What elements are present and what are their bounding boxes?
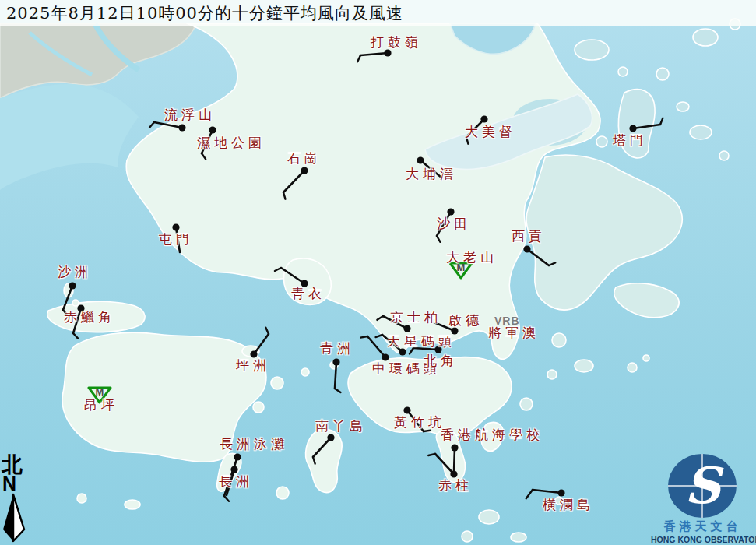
station-dot — [209, 126, 216, 133]
north-letter-label: N — [2, 475, 28, 493]
north-chinese-label: 北 — [2, 454, 28, 475]
hko-logo-icon: S — [651, 453, 754, 519]
station-label-tseung-kwan-o: 將軍澳 — [488, 326, 540, 340]
station-label-tuen-mun: 屯門 — [159, 233, 193, 247]
wind-barb-shek-kong — [283, 167, 308, 199]
station-label-hk-sea-school: 香港航海學校 — [441, 428, 543, 442]
station-label-lau-fau-shan: 流浮山 — [164, 108, 216, 122]
station-dot — [301, 167, 308, 174]
hko-logo-chinese: 香港天文台 — [651, 519, 754, 534]
barb-feather — [313, 457, 315, 464]
wind-map-screen: MM 打鼓嶺流浮山濕地公園石崗大美督塔門大埔滘沙田西貢屯門沙洲赤鱲角青衣京士柏啟… — [0, 0, 756, 545]
barb-feather — [360, 336, 367, 338]
barb-feather — [335, 389, 341, 392]
station-label-kings-park: 京士柏 — [390, 311, 441, 325]
wind-barb-tsing-yi — [275, 268, 308, 287]
station-label-ngong-ping: 昂坪 — [84, 399, 118, 413]
station-label-green-island: 青洲 — [320, 342, 354, 356]
station-dot — [178, 124, 185, 131]
hko-logo: S 香港天文台 HONG KONG OBSERVATORY — [651, 453, 754, 545]
station-dot — [327, 434, 334, 441]
barb-feather — [424, 431, 431, 431]
station-dot — [480, 115, 487, 122]
wind-barb-central-pier — [360, 336, 389, 361]
wind-barb-ta-kwu-ling — [357, 49, 391, 62]
svg-text:S: S — [684, 456, 724, 515]
barb-feather — [202, 153, 206, 159]
maintenance-m-letter: M — [96, 386, 104, 398]
barb-feather — [428, 454, 435, 455]
barb-feather — [283, 192, 285, 199]
station-dot — [629, 125, 636, 132]
station-dot — [399, 348, 406, 355]
station-dot — [69, 282, 76, 289]
station-label-tsing-yi: 青衣 — [291, 287, 325, 301]
barb-feather — [265, 328, 269, 334]
station-label-kai-tak: 啟德 — [448, 314, 483, 328]
barb-feather — [437, 236, 440, 242]
station-label-shek-kong: 石崗 — [287, 152, 322, 166]
barb-feather — [224, 496, 229, 501]
barb-feather — [149, 122, 154, 128]
station-dot — [172, 223, 179, 230]
station-label-north-point: 北角 — [424, 354, 458, 368]
station-label-tates-cairn: 大老山 — [446, 251, 498, 265]
station-label-tap-mun: 塔門 — [613, 134, 647, 148]
barb-feather — [275, 268, 281, 271]
barb-feather — [660, 118, 663, 125]
station-dot — [403, 325, 410, 332]
barb-feather — [410, 348, 413, 353]
station-dot — [384, 49, 391, 56]
wind-barb-lamma-island — [313, 434, 335, 463]
barb-feather — [357, 55, 360, 62]
station-label-stanley: 赤柱 — [438, 479, 473, 493]
station-label-wetland-park: 濕地公園 — [197, 136, 265, 150]
north-arrow-icon — [2, 493, 28, 544]
wind-barb-layer: MM — [0, 0, 756, 545]
north-compass: 北 N — [2, 454, 28, 544]
station-label-ta-kwu-ling: 打鼓嶺 — [371, 36, 422, 50]
barb-feather — [549, 262, 555, 265]
title-bar: 2025年8月12日10時00分的十分鐘平均風向及風速 — [0, 0, 756, 26]
station-label-star-ferry-pier: 天星碼頭 — [387, 335, 455, 349]
wind-barb-sai-kung — [523, 245, 555, 265]
map-title: 2025年8月12日10時00分的十分鐘平均風向及風速 — [0, 2, 403, 24]
station-label-lamma-island: 南丫島 — [315, 420, 367, 434]
station-label-cheung-chau-beach: 長洲泳灘 — [220, 438, 288, 452]
barb-feather — [376, 335, 382, 337]
wind-barb-green-island — [332, 358, 340, 392]
station-label-sai-kung: 西貢 — [512, 230, 546, 244]
hko-logo-english: HONG KONG OBSERVATORY — [651, 535, 754, 544]
barb-feather — [526, 490, 533, 498]
station-label-tai-po-kau: 大埔滘 — [406, 167, 457, 181]
station-dot — [447, 208, 454, 215]
station-dot — [417, 156, 424, 164]
station-label-chek-lap-kok: 赤鱲角 — [64, 311, 115, 325]
station-dot — [230, 466, 237, 473]
station-label-tai-mei-tuk: 大美督 — [465, 125, 516, 139]
barb-feather — [73, 333, 78, 339]
station-dot — [557, 489, 564, 496]
station-label-sha-chau: 沙洲 — [58, 265, 92, 280]
station-dot — [523, 245, 530, 252]
station-dot — [451, 444, 458, 451]
wind-barb-hk-sea-school — [451, 444, 458, 473]
station-label-cheung-chau: 長洲 — [219, 475, 253, 489]
barb-feather — [377, 316, 383, 320]
station-dot — [234, 453, 241, 460]
wind-barb-peng-chau — [250, 328, 269, 358]
station-label-sha-tin: 沙田 — [437, 217, 471, 231]
wind-barb-tap-mun — [629, 118, 663, 132]
wind-barb-lau-fau-shan — [149, 122, 186, 132]
station-label-wong-chuk-hang: 黃竹坑 — [394, 416, 445, 430]
station-dot — [332, 358, 339, 365]
station-label-peng-chau: 坪洲 — [236, 359, 270, 373]
station-label-waglan-island: 橫瀾島 — [543, 498, 594, 512]
station-dot — [403, 406, 410, 413]
